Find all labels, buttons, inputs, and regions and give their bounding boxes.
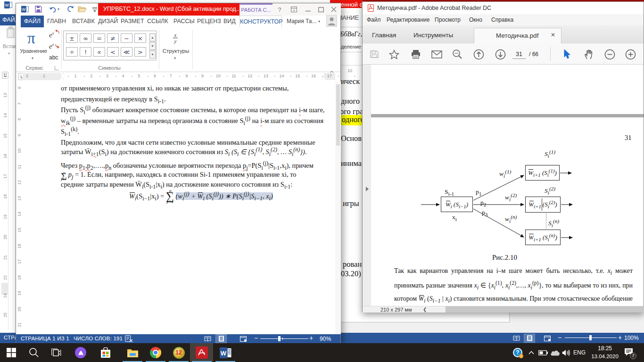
yandex-alice-icon[interactable]	[70, 343, 91, 362]
symbol-less-than[interactable]: <	[107, 47, 119, 57]
scroll-left-icon[interactable]: ❮	[423, 307, 427, 312]
zoom-slider-track[interactable]	[260, 338, 308, 339]
user-dropdown-icon[interactable]: ▾	[318, 16, 320, 27]
dialog-launcher-icon[interactable]	[55, 66, 59, 70]
ribbon-display-options-icon[interactable]	[288, 3, 300, 16]
symbol-equals[interactable]: =	[93, 33, 105, 43]
zoom-value[interactable]: 90%	[320, 336, 331, 342]
zoom-slider-thumb[interactable]	[589, 335, 592, 340]
search-button[interactable]	[23, 343, 45, 362]
hanging-indent-marker[interactable]	[59, 77, 64, 80]
tab-insert[interactable]: ВСТАВК	[72, 16, 95, 27]
zoom-out-icon[interactable]	[604, 49, 615, 60]
zoom-out-icon[interactable]: −	[254, 334, 258, 342]
task-view-button[interactable]	[45, 343, 67, 362]
acrobat-taskbar-icon[interactable]	[190, 343, 213, 362]
file-explorer-icon[interactable]	[122, 343, 143, 362]
close-icon[interactable]	[328, 3, 340, 16]
clock[interactable]: 18:25 13.04.2020	[591, 345, 619, 361]
symbol-factorial[interactable]: !	[80, 47, 91, 57]
status-page[interactable]: СТРАНИЦА 1 ИЗ 1	[21, 336, 69, 341]
gallery-up-icon[interactable]: ▲	[149, 33, 156, 41]
zoom-in-icon[interactable]	[625, 49, 636, 60]
open-folder-icon[interactable]	[78, 6, 86, 14]
print-layout-icon[interactable]	[216, 335, 226, 343]
read-mode-icon[interactable]	[511, 334, 521, 342]
help-icon[interactable]: ?	[273, 3, 286, 16]
star-icon[interactable]	[388, 49, 400, 60]
previous-page-icon[interactable]	[473, 49, 484, 60]
redo-icon[interactable]	[67, 6, 74, 15]
symbol-greater-than[interactable]: >	[134, 47, 146, 57]
tray-expand-icon[interactable]	[527, 343, 536, 362]
professional-icon[interactable]: ex	[49, 31, 58, 39]
page-number-input[interactable]: 31	[512, 50, 526, 59]
game-12-icon[interactable]: 12	[168, 343, 190, 362]
tab-layout[interactable]: РАЗМЕТ	[121, 16, 144, 27]
start-button[interactable]	[0, 343, 22, 362]
document-area[interactable]: от применяемого управления xi, но никак …	[23, 82, 335, 334]
tab-review[interactable]: РЕЦЕНЗ	[197, 16, 221, 27]
paste-icon[interactable]	[6, 26, 16, 42]
gallery-more-icon[interactable]: ▼	[149, 50, 156, 58]
battery-icon[interactable]	[538, 343, 548, 362]
web-layout-icon[interactable]	[238, 335, 248, 343]
tab-document[interactable]: Методичка.pdf ✕	[474, 28, 561, 43]
read-mode-icon[interactable]	[202, 335, 213, 343]
equation-tools-contextual-tab[interactable]: РАБОТА С...	[239, 3, 272, 16]
menu-help[interactable]: Справка	[491, 16, 513, 23]
tab-home[interactable]: ГЛАВН	[47, 16, 66, 27]
structures-icon[interactable]: xy	[169, 32, 182, 44]
undo-icon[interactable]: ▾	[49, 6, 57, 15]
action-center-icon[interactable]: 7	[622, 343, 636, 362]
next-page-icon[interactable]	[495, 49, 506, 60]
tab-design-equation[interactable]: КОНСТРУКТОР	[239, 16, 282, 27]
tab-close-icon[interactable]: ✕	[551, 32, 555, 38]
menu-file[interactable]: Файл	[367, 16, 381, 23]
menu-edit[interactable]: Редактирование	[387, 16, 429, 23]
save-icon[interactable]	[35, 6, 42, 15]
word-taskbar-icon[interactable]: W	[215, 343, 236, 362]
hand-tool-icon[interactable]	[583, 49, 594, 60]
equation-dropdown-icon[interactable]: ▾	[32, 56, 33, 60]
word-back-zoom-value[interactable]: 100%	[624, 335, 639, 341]
symbol-infinity[interactable]: ∞	[80, 33, 91, 43]
symbol-tilde[interactable]: ~	[121, 33, 132, 43]
right-indent-marker[interactable]	[322, 77, 326, 80]
zoom-search-icon[interactable]	[452, 49, 463, 60]
qat-customize-icon[interactable]	[92, 6, 97, 15]
horizontal-ruler[interactable]: 211234567891011121314151617	[23, 73, 335, 81]
tab-tools[interactable]: Инструменты	[413, 32, 453, 39]
symbol-proportional[interactable]: ∝	[93, 47, 105, 57]
tab-home[interactable]: Главная	[372, 32, 396, 39]
onedrive-icon[interactable]	[549, 343, 561, 362]
vertical-scrollbar[interactable]	[335, 82, 341, 334]
linear-icon[interactable]: ex	[49, 42, 58, 50]
tab-mailings[interactable]: РАССЫ	[173, 16, 195, 27]
user-name[interactable]: Мария Та...	[287, 16, 316, 27]
symbol-not-equal[interactable]: ≠	[107, 33, 119, 43]
web-layout-icon[interactable]	[542, 334, 553, 342]
structures-dropdown-icon[interactable]: ▾	[174, 56, 176, 60]
volume-icon[interactable]	[561, 343, 571, 362]
symbol-times[interactable]: ×	[134, 33, 146, 43]
nav-pane-expand-icon[interactable]	[364, 185, 370, 193]
zoom-in-icon[interactable]: +	[618, 334, 622, 341]
symbol-plus-minus[interactable]: ±	[66, 33, 78, 43]
chrome-icon[interactable]	[145, 343, 166, 362]
zoom-in-icon[interactable]: +	[309, 334, 313, 342]
normal-text-icon[interactable]: abc	[49, 54, 58, 61]
save-icon[interactable]	[369, 49, 380, 60]
zoom-out-icon[interactable]: −	[558, 334, 561, 341]
print-layout-icon[interactable]	[524, 334, 535, 342]
status-words[interactable]: ЧИСЛО СЛОВ: 191	[74, 336, 123, 341]
equation-icon[interactable]: π	[27, 31, 40, 45]
first-line-indent-marker[interactable]	[59, 73, 64, 75]
horizontal-scrollbar[interactable]	[446, 306, 644, 313]
email-icon[interactable]	[431, 49, 442, 60]
gallery-down-icon[interactable]: ▼	[149, 42, 156, 50]
avatar[interactable]	[326, 15, 337, 27]
select-tool-icon[interactable]	[561, 49, 572, 60]
print-icon[interactable]	[410, 49, 421, 60]
vertical-ruler[interactable]: 6789101112131415161718192021	[17, 82, 23, 334]
